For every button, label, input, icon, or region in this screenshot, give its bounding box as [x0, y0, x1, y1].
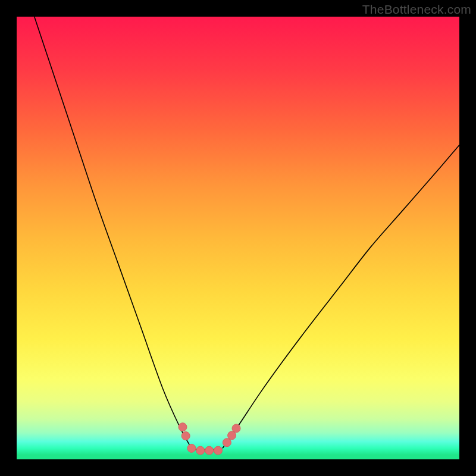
transition-marker	[187, 444, 196, 452]
transition-marker	[196, 446, 205, 455]
transition-marker	[181, 432, 190, 440]
left-branch-curve	[35, 17, 192, 448]
watermark-text: TheBottleneck.com	[362, 2, 471, 17]
transition-marker	[214, 446, 223, 455]
transition-marker	[232, 424, 240, 433]
chart-svg	[17, 17, 459, 459]
transition-marker	[205, 446, 214, 455]
transition-marker	[178, 423, 187, 431]
plot-area	[17, 17, 459, 459]
transition-marker	[223, 439, 231, 447]
right-branch-curve	[223, 145, 459, 449]
curves-group	[35, 17, 459, 450]
chart-frame: TheBottleneck.com	[0, 0, 476, 476]
transition-markers	[178, 423, 240, 455]
